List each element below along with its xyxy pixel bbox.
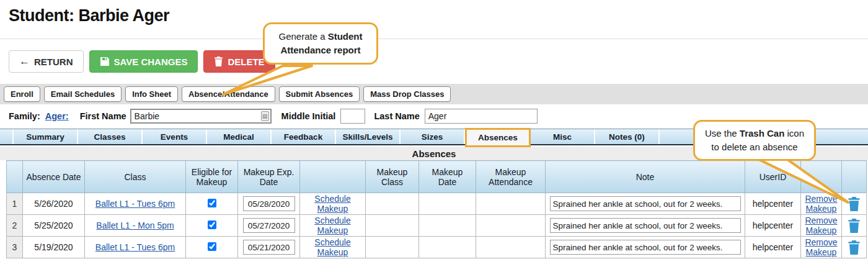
callout-text: Generate a [278, 31, 327, 42]
absences-section-title: Absences [412, 148, 456, 159]
last-name-input[interactable] [425, 109, 538, 124]
absence-date: 5/25/2020 [23, 215, 85, 237]
tab-absences[interactable]: Absences [465, 128, 531, 147]
absence-row: 1 5/26/2020 Ballet L1 - Tues 6pm Schedul… [7, 193, 867, 215]
absence-row: 3 5/19/2020 Ballet L1 - Tues 6pm Schedul… [7, 237, 867, 258]
student-toolbar: Enroll Email Schedules Info Sheet Absenc… [0, 84, 868, 104]
student-name-form: Family: Ager: First Name ▤ Middle Initia… [9, 109, 538, 124]
col-makeup-date: Makeup Date [419, 161, 476, 193]
table-header-row: Absence Date Class Eligible for Makeup M… [7, 161, 867, 193]
makeup-exp-date-input[interactable] [243, 196, 295, 211]
makeup-date-cell [419, 237, 476, 258]
tab-summary[interactable]: Summary [14, 129, 78, 144]
middle-initial-input[interactable] [340, 109, 365, 124]
makeup-attendance-cell [476, 215, 546, 237]
eligible-checkbox[interactable] [208, 220, 216, 229]
col-absence-date: Absence Date [23, 161, 85, 193]
makeup-exp-date-input[interactable] [243, 218, 295, 233]
callout-text: Use the [705, 128, 740, 139]
remove-makeup-link[interactable]: Remove Makeup [805, 216, 837, 235]
absence-row: 2 5/25/2020 Ballet L1 - Mon 5pm Schedule… [7, 215, 867, 237]
email-schedules-button[interactable]: Email Schedules [44, 86, 122, 102]
trash-can-callout: Use the Trash Can icon to delete an abse… [693, 120, 816, 161]
family-label: Family: [9, 111, 40, 121]
eligible-checkbox[interactable] [208, 242, 216, 251]
page-title: Student: Barbie Ager [9, 6, 169, 25]
tab-skills-levels[interactable]: Skills/Levels [336, 129, 401, 144]
tab-misc[interactable]: Misc [531, 129, 595, 144]
info-sheet-button[interactable]: Info Sheet [125, 86, 178, 102]
last-name-label: Last Name [374, 111, 419, 121]
makeup-class-cell [366, 215, 419, 237]
col-makeup-class: Makeup Class [366, 161, 419, 193]
col-makeup-exp: Makeup Exp. Date [238, 161, 300, 193]
col-makeup-attendance: Makeup Attendance [476, 161, 546, 193]
callout-text-bold: Trash Can [740, 128, 785, 139]
student-detail-page: Student: Barbie Ager ← RETURN SAVE CHANG… [0, 0, 868, 259]
return-button[interactable]: ← RETURN [9, 50, 84, 73]
tab-medical[interactable]: Medical [207, 129, 272, 144]
makeup-class-cell [366, 237, 419, 258]
autofill-icon: ▤ [261, 111, 269, 121]
absence-date: 5/26/2020 [23, 193, 85, 215]
save-changes-button[interactable]: SAVE CHANGES [89, 50, 198, 73]
schedule-makeup-link[interactable]: Schedule Makeup [314, 237, 350, 257]
col-class: Class [85, 161, 186, 193]
tab-events[interactable]: Events [143, 129, 207, 144]
makeup-exp-date-input[interactable] [243, 240, 295, 255]
back-arrow-icon: ← [19, 55, 30, 68]
middle-initial-label: Middle Initial [281, 111, 336, 121]
makeup-date-cell [419, 215, 476, 237]
absences-table: Absence Date Class Eligible for Makeup M… [6, 160, 867, 258]
col-note: Note [546, 161, 745, 193]
mass-drop-classes-button[interactable]: Mass Drop Classes [363, 86, 451, 102]
class-link[interactable]: Ballet L1 - Tues 6pm [95, 242, 175, 252]
tab-sizes[interactable]: Sizes [401, 129, 465, 144]
userid-cell: helpcenter [745, 237, 801, 258]
trash-icon [844, 219, 864, 233]
save-changes-label: SAVE CHANGES [114, 57, 188, 67]
delete-absence-button[interactable] [842, 215, 867, 237]
makeup-attendance-cell [476, 193, 546, 215]
userid-cell: helpcenter [745, 215, 801, 237]
enroll-button[interactable]: Enroll [4, 86, 40, 102]
tab-notes[interactable]: Notes (0) [595, 129, 660, 144]
trash-callout-tail [744, 155, 856, 206]
delete-absence-button[interactable] [842, 237, 867, 258]
divider [0, 39, 868, 39]
eligible-checkbox[interactable] [208, 199, 216, 207]
class-link[interactable]: Ballet L1 - Tues 6pm [95, 199, 175, 209]
col-eligible: Eligible for Makeup [186, 161, 238, 193]
note-input[interactable] [550, 196, 741, 211]
tab-spacer [0, 129, 14, 144]
note-input[interactable] [550, 218, 741, 233]
tab-classes[interactable]: Classes [78, 129, 143, 144]
attendance-callout-tail [216, 63, 318, 99]
schedule-makeup-link[interactable]: Schedule Makeup [314, 194, 350, 214]
col-schedule [300, 161, 366, 193]
tab-feedback[interactable]: Feedback [272, 129, 336, 144]
col-rownum [7, 161, 23, 193]
absence-date: 5/19/2020 [23, 237, 85, 258]
row-number: 2 [7, 215, 23, 237]
attendance-report-callout: Generate a Student Attendance report [263, 22, 378, 65]
family-link[interactable]: Ager: [45, 111, 69, 121]
first-name-label: First Name [80, 111, 126, 121]
note-input[interactable] [550, 240, 741, 255]
trash-icon [844, 240, 864, 255]
row-number: 3 [7, 237, 23, 258]
save-icon [100, 57, 110, 66]
first-name-input[interactable] [130, 109, 272, 124]
class-link[interactable]: Ballet L1 - Mon 5pm [96, 220, 174, 230]
schedule-makeup-link[interactable]: Schedule Makeup [314, 216, 350, 235]
return-button-label: RETURN [34, 57, 73, 67]
row-number: 1 [7, 193, 23, 215]
remove-makeup-link[interactable]: Remove Makeup [805, 237, 837, 257]
makeup-date-cell [419, 193, 476, 215]
makeup-class-cell [366, 193, 419, 215]
makeup-attendance-cell [476, 237, 546, 258]
